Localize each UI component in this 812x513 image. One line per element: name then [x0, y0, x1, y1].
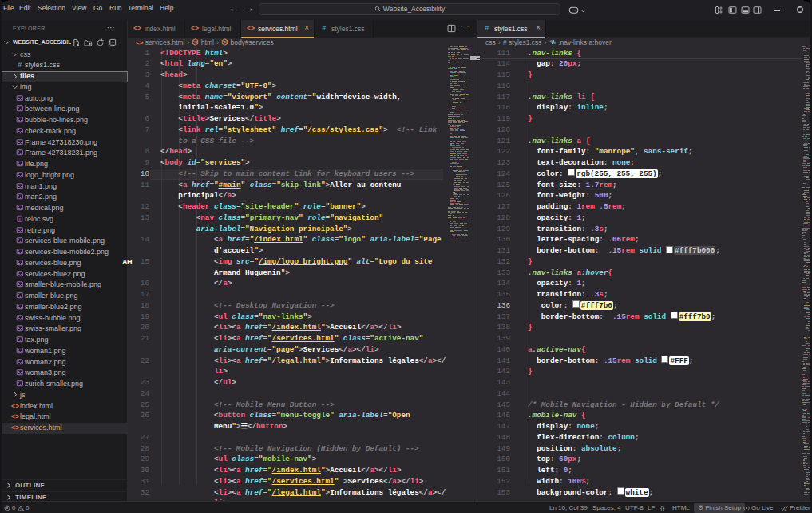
- svg-text:S: S: [18, 217, 21, 221]
